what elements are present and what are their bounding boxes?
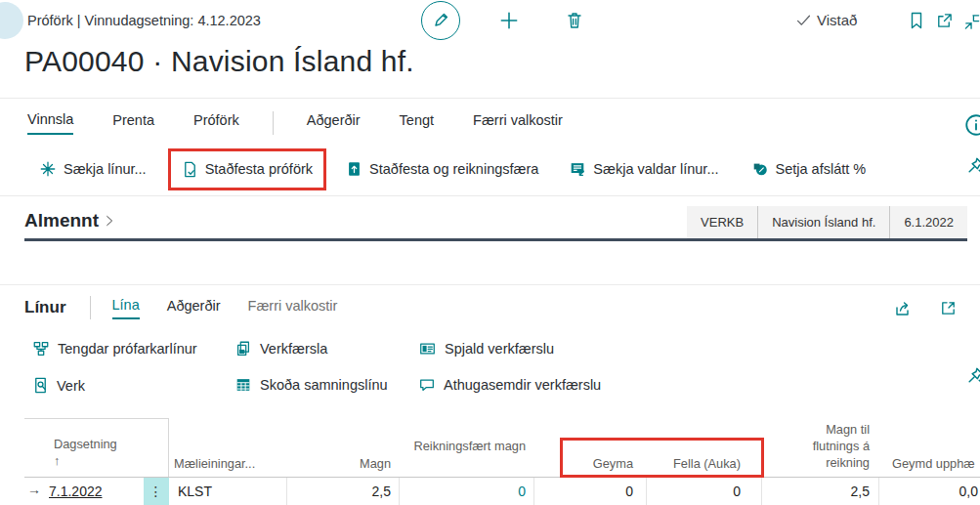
column-header-kept-amount[interactable]: Geymd upphæ	[892, 455, 980, 472]
cell-border	[286, 478, 287, 505]
get-selected-lines-button[interactable]: Sækja valdar línur...	[569, 160, 718, 178]
new-button[interactable]	[498, 10, 520, 31]
collapse-button[interactable]	[962, 13, 980, 31]
cell-keep[interactable]: 0	[535, 484, 633, 499]
highlight-box-geyma-fella	[560, 438, 764, 478]
tab-vinnsla[interactable]: Vinnsla	[27, 111, 73, 135]
column-header-qty[interactable]: Magn	[293, 455, 391, 472]
tab-adgerdir[interactable]: Aðgerðir	[307, 112, 361, 134]
lines-panel-header: Línur Lína Aðgerðir Færri valkostir	[24, 296, 337, 319]
divider	[0, 284, 980, 285]
table-top-border	[24, 418, 169, 419]
sort-ascending-icon: ↑	[54, 453, 60, 468]
lines-divider	[90, 296, 91, 319]
job-entry-comments-button[interactable]: Athugasemdir verkfærslu	[418, 376, 601, 394]
more-options-icon: ⋮	[149, 484, 164, 499]
card-icon	[418, 340, 437, 358]
unpin-actionbar-button[interactable]	[965, 155, 980, 176]
save-status: Vistað	[795, 12, 857, 28]
business-central-window: Próförk | Vinnudagsetning: 4.12.2023 Vis…	[0, 0, 980, 505]
page-title: PA00040 · Navision Ísland hf.	[24, 45, 414, 78]
highlight-box-confirm-proof: Staðfesta próförk	[168, 148, 326, 190]
cell-qty[interactable]: 2,5	[293, 484, 391, 499]
plus-icon	[498, 10, 520, 31]
related-proof-lines-button[interactable]: Tengdar prófarkarlínur	[32, 340, 197, 358]
collapse-arrows-icon	[962, 13, 980, 31]
cell-border	[533, 478, 534, 505]
app-badge	[0, 2, 23, 39]
bookmark-button[interactable]	[908, 11, 925, 30]
row-selector-arrow: →	[27, 482, 41, 497]
lines-tab-lina[interactable]: Lína	[112, 297, 140, 319]
tab-tengt[interactable]: Tengt	[400, 112, 434, 134]
documents-icon	[234, 340, 252, 358]
pencil-icon	[431, 11, 450, 30]
menu-bar: Vinnsla Prenta Próförk Aðgerðir Tengt Fæ…	[27, 111, 563, 135]
expand-table-button[interactable]	[939, 299, 958, 318]
view-contract-line-button[interactable]: Skoða samningslínu	[234, 376, 388, 394]
edit-button[interactable]	[421, 1, 460, 40]
comment-icon	[418, 376, 436, 394]
info-button[interactable]	[963, 112, 980, 138]
cell-unit[interactable]: KLST	[178, 484, 212, 499]
bookmark-icon	[908, 11, 925, 30]
share-icon	[893, 299, 914, 318]
tab-prenta[interactable]: Prenta	[112, 112, 154, 134]
delete-button[interactable]	[565, 10, 584, 31]
fasttab-almennt[interactable]: Almennt	[24, 210, 116, 231]
cell-invoiced-qty-link[interactable]: 0	[403, 484, 526, 499]
lines-tab-adgerdir[interactable]: Aðgerðir	[167, 298, 221, 318]
cell-date-link[interactable]: 7.1.2022	[49, 484, 103, 499]
column-header-qty-to-transfer[interactable]: Magn til flutnings á reikning	[782, 421, 870, 471]
info-icon	[963, 112, 980, 138]
summary-field-customer[interactable]: Navision Ísland hf.	[758, 206, 890, 238]
get-lines-button[interactable]: Sækja línur...	[39, 160, 147, 178]
chevron-right-icon	[103, 214, 116, 228]
post-invoice-icon	[346, 160, 362, 178]
sparkle-icon	[39, 160, 57, 178]
discount-icon	[751, 160, 769, 178]
cell-qty-to-transfer[interactable]: 2,5	[772, 484, 870, 499]
cell-border	[399, 478, 400, 505]
row-more-options-button[interactable]: ⋮	[144, 478, 169, 505]
fasttab-summary-fields: VERKB Navision Ísland hf. 6.1.2022	[687, 206, 967, 238]
column-header-invoiced-qty[interactable]: Reikningsfært magn	[403, 438, 526, 454]
cell-border	[761, 478, 762, 505]
pushpin-icon	[965, 155, 980, 176]
tab-profork[interactable]: Próförk	[193, 112, 239, 134]
fasttab-underline	[24, 238, 967, 241]
lines-header-icons	[893, 299, 958, 318]
confirm-and-invoice-button[interactable]: Staðfesta og reikningsfæra	[346, 160, 538, 178]
check-icon	[795, 12, 812, 28]
cell-border	[878, 478, 879, 505]
expand-icon	[939, 299, 958, 317]
tab-faerri-valkostir[interactable]: Færri valkostir	[473, 112, 563, 134]
selected-lines-icon	[569, 160, 586, 178]
open-in-window-button[interactable]	[935, 12, 954, 30]
saved-label: Vistað	[817, 12, 857, 28]
job-button[interactable]: Verk	[32, 376, 85, 395]
hierarchy-icon	[32, 340, 50, 358]
confirm-proof-button[interactable]: Staðfesta próförk	[182, 160, 313, 179]
unpin-lines-button[interactable]	[965, 365, 980, 386]
open-window-icon	[935, 12, 954, 30]
cell-kept-amount[interactable]: 0,0	[884, 484, 978, 499]
action-bar: Sækja línur... Staðfesta próförk Staðfes…	[0, 145, 980, 193]
lines-section-title: Línur	[24, 298, 66, 317]
lines-tab-faerri-valkostir[interactable]: Færri valkostir	[248, 298, 338, 318]
cell-drop[interactable]: 0	[625, 484, 741, 499]
job-entry-card-button[interactable]: Spjald verkfærslu	[418, 340, 554, 358]
summary-field-job[interactable]: VERKB	[687, 206, 758, 238]
menu-divider	[273, 111, 274, 135]
set-discount-button[interactable]: Setja afslátt %	[751, 160, 867, 178]
column-header-date[interactable]: Dagsetning ↑	[54, 436, 117, 469]
job-entry-button[interactable]: Verkfærsla	[234, 340, 327, 358]
divider	[0, 195, 980, 196]
document-search-icon	[32, 376, 49, 395]
page-caption: Próförk | Vinnudagsetning: 4.12.2023	[27, 13, 261, 28]
share-button[interactable]	[893, 299, 914, 318]
summary-field-date[interactable]: 6.1.2022	[890, 206, 967, 238]
pushpin-icon	[965, 365, 980, 386]
divider	[0, 98, 980, 99]
column-header-unit[interactable]: Mælieiningar...	[174, 455, 255, 472]
